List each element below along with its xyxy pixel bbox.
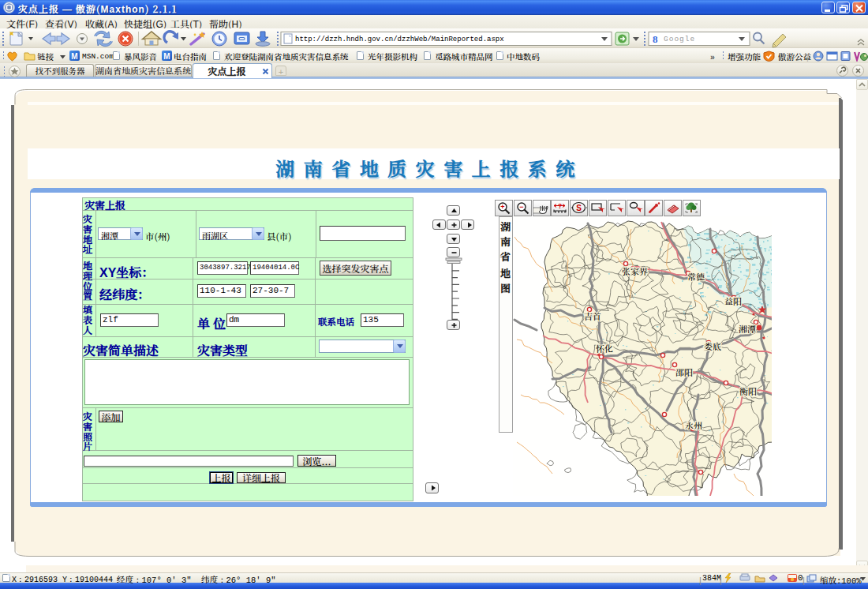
svg-text:湘潭: 湘潭 bbox=[739, 322, 756, 335]
svg-text:益阳: 益阳 bbox=[724, 294, 742, 307]
svg-text:常德: 常德 bbox=[687, 270, 705, 283]
svg-text:怀化: 怀化 bbox=[596, 342, 613, 355]
svg-text:衡阳: 衡阳 bbox=[739, 385, 757, 397]
svg-text:吉首: 吉首 bbox=[584, 310, 601, 322]
svg-text:http://dzzh.hndh.gov.cn/dzzhWe: http://dzzh.hndh.gov.cn/dzzhWeb/MainRepo… bbox=[295, 36, 504, 43]
svg-text:张家界: 张家界 bbox=[622, 264, 648, 277]
svg-text:+: + bbox=[500, 201, 504, 212]
svg-text:S: S bbox=[576, 201, 582, 213]
svg-text:8: 8 bbox=[653, 33, 658, 45]
svg-text:?: ? bbox=[558, 201, 562, 210]
svg-text:娄底: 娄底 bbox=[704, 340, 721, 352]
svg-text:−: − bbox=[519, 201, 523, 212]
svg-text:Google: Google bbox=[664, 35, 695, 43]
svg-text:永州: 永州 bbox=[685, 418, 702, 431]
svg-text:邵阳: 邵阳 bbox=[675, 366, 693, 378]
